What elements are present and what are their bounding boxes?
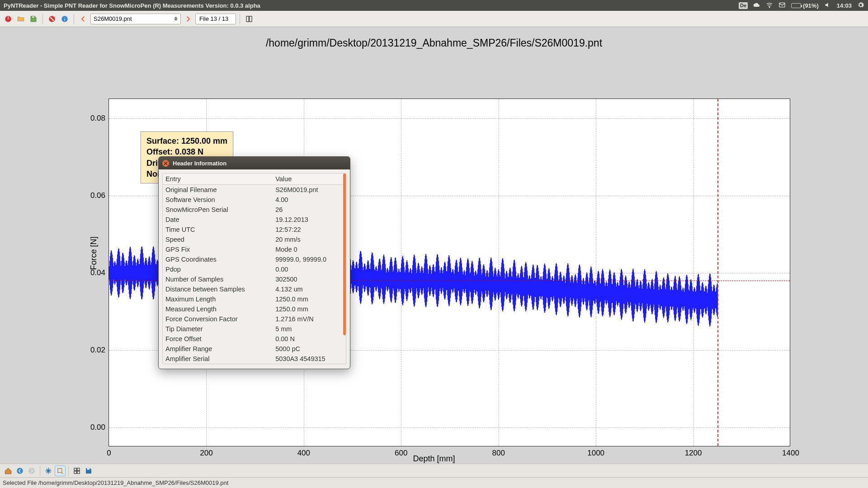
cell-entry: Date [163,215,273,225]
dialog-scroll-area[interactable]: Entry Value Original FilenameS26M0019.pn… [162,173,346,364]
cell-entry: Amplifier Serial [163,354,273,364]
table-row[interactable]: Pdop0.00 [163,264,346,274]
file-counter-text: File 13 / 13 [199,15,228,22]
table-row[interactable]: GPS FixMode 0 [163,244,346,254]
mpl-pan-button[interactable] [43,465,54,476]
cell-entry: Original Filename [163,185,273,195]
svg-rect-4 [32,16,34,18]
mail-icon[interactable] [778,1,786,10]
svg-rect-16 [77,471,80,473]
save-button[interactable] [28,14,39,24]
scrollbar-thumb[interactable] [343,174,346,335]
mpl-back-button[interactable] [14,465,25,476]
table-row[interactable]: Distance between Samples4.132 um [163,284,346,294]
table-row[interactable]: Measured Length1250.0 mm [163,304,346,314]
table-row[interactable]: Maximum Length1250.0 mm [163,294,346,304]
table-row[interactable]: Force Conversion Factor1.2716 mV/N [163,314,346,324]
mpl-subplots-button[interactable] [71,465,82,476]
table-row[interactable]: Speed20 mm/s [163,235,346,244]
table-row[interactable]: Software Version4.00 [163,195,346,205]
cell-value: 0.00 N [273,334,346,344]
mpl-zoom-button[interactable] [55,465,66,476]
plot-title: /home/grimm/Desktop/20131219_Abnahme_SMP… [0,27,868,56]
cell-value: S26M0019.pnt [273,185,346,195]
table-row[interactable]: Date19.12.2013 [163,215,346,225]
mpl-home-button[interactable] [3,465,14,476]
mpl-forward-button[interactable] [26,465,37,476]
scrollbar-track[interactable] [343,174,346,364]
separator [74,14,74,24]
table-row[interactable]: Force Offset0.00 N [163,334,346,344]
mpl-save-button[interactable] [83,465,94,476]
quit-button[interactable] [3,14,14,24]
svg-rect-13 [74,468,76,470]
cell-entry: Number of Samples [163,274,273,284]
toggle-view-button[interactable] [244,14,255,24]
keyboard-layout-indicator[interactable]: De [739,2,748,9]
col-value[interactable]: Value [273,174,346,185]
clock[interactable]: 14:03 [837,2,852,9]
cell-value: 12:57:22 [273,225,346,235]
status-bar: Selected File /home/grimm/Desktop/201312… [0,477,868,488]
gear-icon[interactable] [857,1,864,10]
surface-marker [717,99,718,446]
cell-entry: Software Version [163,195,273,205]
cloud-icon[interactable] [753,1,760,10]
legend-offset: Offset: 0.038 N [146,146,227,157]
table-row[interactable]: Number of Samples302500 [163,274,346,284]
close-icon[interactable] [162,160,169,167]
cell-entry: Force Conversion Factor [163,314,273,324]
svg-rect-8 [246,16,249,22]
cell-entry: Measured Length [163,304,273,314]
cell-entry: Tip Diameter [163,324,273,334]
cell-value: 99999.0, 99999.0 [273,254,346,264]
svg-rect-9 [250,16,252,22]
legend-surface: Surface: 1250.00 mm [146,136,227,146]
stop-button[interactable] [47,14,57,24]
info-button[interactable]: i [59,14,70,24]
open-folder-button[interactable] [15,14,26,24]
svg-point-11 [28,468,35,474]
y-tick: 0.08 [90,114,105,123]
svg-rect-14 [77,468,80,470]
cell-value: 302500 [273,274,346,284]
svg-rect-12 [58,468,62,472]
col-entry[interactable]: Entry [163,174,273,185]
table-row[interactable]: Original FilenameS26M0019.pnt [163,185,346,195]
volume-icon[interactable] [824,1,831,10]
y-tick: 0.06 [90,191,105,200]
cell-entry: Speed [163,235,273,244]
prev-file-button[interactable] [78,14,89,24]
chevron-down-icon[interactable] [174,19,178,21]
cell-entry: Distance between Samples [163,284,273,294]
table-row[interactable]: Time UTC12:57:22 [163,225,346,235]
system-menubar: PyNTReader - Simple PNT Reader for SnowM… [0,0,868,11]
table-row[interactable]: Amplifier Serial5030A3 4549315 [163,354,346,364]
table-row[interactable]: Tip Diameter5 mm [163,324,346,334]
header-info-dialog[interactable]: Header Information Entry Value Original … [158,156,350,369]
file-select-value: S26M0019.pnt [94,15,132,22]
file-select-combo[interactable]: S26M0019.pnt [90,14,181,24]
svg-point-10 [17,468,23,474]
next-file-button[interactable] [183,14,193,24]
cell-entry: Pdop [163,264,273,274]
cell-entry: SnowMicroPen Serial [163,205,273,215]
chevron-up-icon[interactable] [174,17,178,19]
status-text: Selected File /home/grimm/Desktop/201312… [3,479,228,486]
cell-entry: GPS Fix [163,244,273,254]
table-row[interactable]: GPS Coordinates99999.0, 99999.0 [163,254,346,264]
y-tick: 0.00 [90,423,105,432]
svg-point-0 [769,7,769,7]
y-axis-label: Force [N] [89,236,99,270]
table-row[interactable]: Amplifier Range5000 pC [163,344,346,354]
spin-buttons[interactable] [174,17,178,21]
dialog-titlebar[interactable]: Header Information [159,157,350,169]
plot-area: /home/grimm/Desktop/20131219_Abnahme_SMP… [0,27,868,465]
battery-indicator[interactable]: (91%) [791,2,819,9]
table-row[interactable]: SnowMicroPen Serial26 [163,205,346,215]
dialog-body: Entry Value Original FilenameS26M0019.pn… [159,169,350,369]
battery-percent: (91%) [803,2,819,9]
cell-value: 1250.0 mm [273,304,346,314]
wifi-icon[interactable] [766,1,773,10]
separator [68,466,69,476]
